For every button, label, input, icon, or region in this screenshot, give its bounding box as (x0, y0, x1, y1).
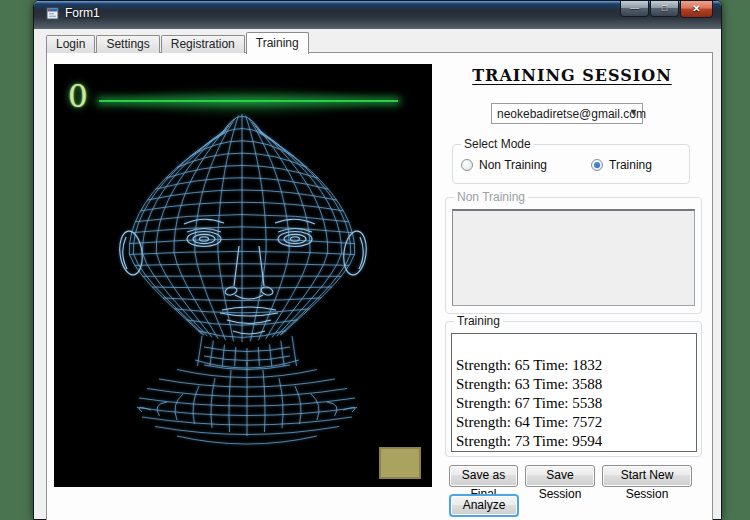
non-training-label: Non Training (454, 190, 528, 204)
email-combobox[interactable]: neokebadiretse@gmail.com ▼ (491, 103, 643, 124)
select-mode-group: Select Mode Non Training Training (452, 144, 690, 184)
radio-training[interactable]: Training (591, 158, 652, 172)
form-icon (46, 7, 59, 20)
desktop: { "window": { "title": "Form1" }, "icons… (0, 0, 750, 520)
training-line: Strength: 67 Time: 5538 (456, 394, 696, 413)
radio-training-label: Training (609, 158, 652, 172)
save-session-button[interactable]: Save Session (525, 465, 595, 487)
radio-non-training-label: Non Training (479, 158, 547, 172)
analyze-button[interactable]: Analyze (449, 494, 519, 517)
tab-login[interactable]: Login (46, 35, 95, 53)
email-value: neokebadiretse@gmail.com (497, 107, 646, 121)
maximize-button[interactable]: □ (650, 1, 679, 17)
radio-circle-icon (591, 159, 603, 171)
close-icon: ✕ (692, 3, 700, 14)
training-line: Strength: 73 Time: 9594 (456, 432, 696, 451)
visualizer-panel: 0 (54, 64, 432, 487)
start-new-session-button[interactable]: Start New Session (602, 465, 692, 487)
tab-registration[interactable]: Registration (161, 35, 245, 53)
titlebar[interactable]: Form1 — □ ✕ (34, 1, 721, 29)
client-area: Login Settings Registration Training 0 T… (40, 29, 715, 519)
maximize-icon: □ (662, 3, 667, 13)
color-swatch (379, 447, 421, 479)
app-window: Form1 — □ ✕ Login Settings Registration … (33, 0, 722, 520)
minimize-button[interactable]: — (620, 1, 649, 17)
training-line: Strength: 65 Time: 1832 (456, 356, 696, 375)
minimize-icon: — (630, 3, 639, 13)
save-as-final-button[interactable]: Save as Final (449, 465, 518, 487)
training-textarea[interactable]: Strength: 65 Time: 1832 Strength: 63 Tim… (451, 333, 697, 452)
tab-settings[interactable]: Settings (96, 35, 159, 53)
radio-circle-icon (461, 159, 473, 171)
tab-training[interactable]: Training (246, 32, 309, 54)
non-training-group: Non Training (445, 197, 702, 314)
head-wireframe (54, 64, 432, 487)
chevron-down-icon: ▼ (629, 107, 638, 117)
select-mode-label: Select Mode (461, 137, 534, 151)
training-line: Strength: 63 Time: 3588 (456, 375, 696, 394)
training-label: Training (454, 314, 503, 328)
session-title: TRAINING SESSION (442, 66, 702, 85)
radio-non-training[interactable]: Non Training (461, 158, 547, 172)
training-line: Strength: 64 Time: 7572 (456, 413, 696, 432)
window-title: Form1 (65, 6, 100, 20)
tab-strip: Login Settings Registration Training (46, 32, 310, 53)
non-training-textarea (452, 209, 695, 306)
training-tab-page: 0 TRAINING SESSION neokebadiretse@gmail.… (46, 52, 713, 520)
close-button[interactable]: ✕ (680, 1, 713, 18)
training-group: Training Strength: 65 Time: 1832 Strengt… (445, 321, 702, 457)
